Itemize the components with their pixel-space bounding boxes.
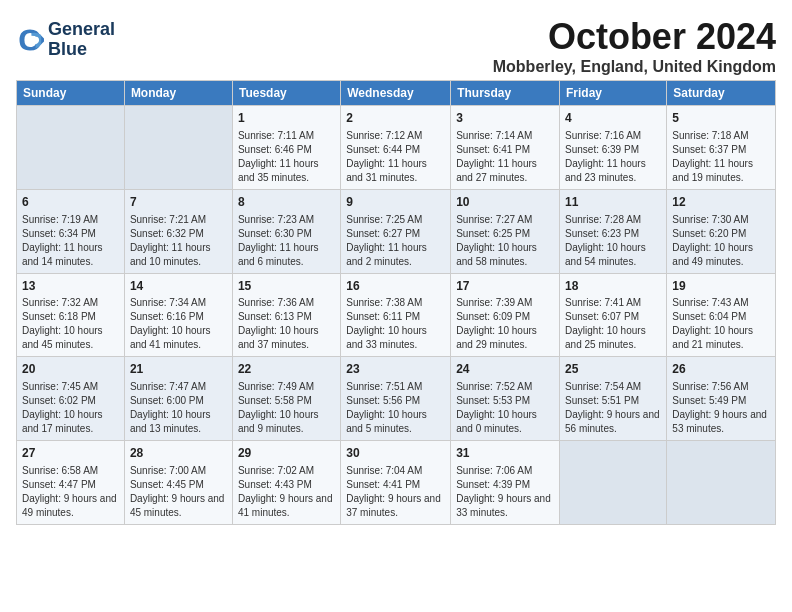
day-number: 28: [130, 445, 227, 462]
day-info: Sunrise: 7:41 AM Sunset: 6:07 PM Dayligh…: [565, 296, 661, 352]
day-info: Sunrise: 7:18 AM Sunset: 6:37 PM Dayligh…: [672, 129, 770, 185]
calendar-cell: 31Sunrise: 7:06 AM Sunset: 4:39 PM Dayli…: [451, 441, 560, 525]
day-number: 18: [565, 278, 661, 295]
day-info: Sunrise: 7:16 AM Sunset: 6:39 PM Dayligh…: [565, 129, 661, 185]
day-info: Sunrise: 7:12 AM Sunset: 6:44 PM Dayligh…: [346, 129, 445, 185]
logo-line2: Blue: [48, 40, 115, 60]
day-info: Sunrise: 7:56 AM Sunset: 5:49 PM Dayligh…: [672, 380, 770, 436]
day-header-sunday: Sunday: [17, 81, 125, 106]
day-number: 4: [565, 110, 661, 127]
header: General Blue October 2024 Mobberley, Eng…: [16, 16, 776, 76]
day-number: 27: [22, 445, 119, 462]
calendar-cell: 16Sunrise: 7:38 AM Sunset: 6:11 PM Dayli…: [341, 273, 451, 357]
day-number: 16: [346, 278, 445, 295]
calendar-cell: 4Sunrise: 7:16 AM Sunset: 6:39 PM Daylig…: [560, 106, 667, 190]
calendar-cell: [560, 441, 667, 525]
week-row-4: 20Sunrise: 7:45 AM Sunset: 6:02 PM Dayli…: [17, 357, 776, 441]
logo-text: General Blue: [48, 20, 115, 60]
day-number: 1: [238, 110, 335, 127]
day-header-monday: Monday: [124, 81, 232, 106]
calendar-cell: 21Sunrise: 7:47 AM Sunset: 6:00 PM Dayli…: [124, 357, 232, 441]
calendar-cell: 15Sunrise: 7:36 AM Sunset: 6:13 PM Dayli…: [232, 273, 340, 357]
day-number: 31: [456, 445, 554, 462]
day-info: Sunrise: 7:25 AM Sunset: 6:27 PM Dayligh…: [346, 213, 445, 269]
day-header-wednesday: Wednesday: [341, 81, 451, 106]
calendar-cell: 19Sunrise: 7:43 AM Sunset: 6:04 PM Dayli…: [667, 273, 776, 357]
calendar-cell: 24Sunrise: 7:52 AM Sunset: 5:53 PM Dayli…: [451, 357, 560, 441]
day-header-tuesday: Tuesday: [232, 81, 340, 106]
week-row-5: 27Sunrise: 6:58 AM Sunset: 4:47 PM Dayli…: [17, 441, 776, 525]
calendar-cell: 13Sunrise: 7:32 AM Sunset: 6:18 PM Dayli…: [17, 273, 125, 357]
day-info: Sunrise: 7:11 AM Sunset: 6:46 PM Dayligh…: [238, 129, 335, 185]
title-area: October 2024 Mobberley, England, United …: [493, 16, 776, 76]
calendar-cell: 30Sunrise: 7:04 AM Sunset: 4:41 PM Dayli…: [341, 441, 451, 525]
logo-line1: General: [48, 20, 115, 40]
day-header-thursday: Thursday: [451, 81, 560, 106]
day-info: Sunrise: 7:23 AM Sunset: 6:30 PM Dayligh…: [238, 213, 335, 269]
day-number: 19: [672, 278, 770, 295]
calendar-cell: 12Sunrise: 7:30 AM Sunset: 6:20 PM Dayli…: [667, 189, 776, 273]
calendar-cell: 8Sunrise: 7:23 AM Sunset: 6:30 PM Daylig…: [232, 189, 340, 273]
day-info: Sunrise: 7:28 AM Sunset: 6:23 PM Dayligh…: [565, 213, 661, 269]
day-number: 17: [456, 278, 554, 295]
calendar-cell: 28Sunrise: 7:00 AM Sunset: 4:45 PM Dayli…: [124, 441, 232, 525]
calendar-cell: 1Sunrise: 7:11 AM Sunset: 6:46 PM Daylig…: [232, 106, 340, 190]
calendar-cell: 11Sunrise: 7:28 AM Sunset: 6:23 PM Dayli…: [560, 189, 667, 273]
day-info: Sunrise: 7:36 AM Sunset: 6:13 PM Dayligh…: [238, 296, 335, 352]
calendar-cell: 14Sunrise: 7:34 AM Sunset: 6:16 PM Dayli…: [124, 273, 232, 357]
week-row-3: 13Sunrise: 7:32 AM Sunset: 6:18 PM Dayli…: [17, 273, 776, 357]
logo-icon: [16, 26, 44, 54]
day-header-friday: Friday: [560, 81, 667, 106]
day-info: Sunrise: 7:14 AM Sunset: 6:41 PM Dayligh…: [456, 129, 554, 185]
day-info: Sunrise: 7:38 AM Sunset: 6:11 PM Dayligh…: [346, 296, 445, 352]
day-info: Sunrise: 7:27 AM Sunset: 6:25 PM Dayligh…: [456, 213, 554, 269]
week-row-2: 6Sunrise: 7:19 AM Sunset: 6:34 PM Daylig…: [17, 189, 776, 273]
day-number: 21: [130, 361, 227, 378]
day-number: 6: [22, 194, 119, 211]
calendar-cell: 2Sunrise: 7:12 AM Sunset: 6:44 PM Daylig…: [341, 106, 451, 190]
calendar-cell: 18Sunrise: 7:41 AM Sunset: 6:07 PM Dayli…: [560, 273, 667, 357]
calendar-table: SundayMondayTuesdayWednesdayThursdayFrid…: [16, 80, 776, 525]
day-number: 24: [456, 361, 554, 378]
calendar-cell: 3Sunrise: 7:14 AM Sunset: 6:41 PM Daylig…: [451, 106, 560, 190]
day-number: 14: [130, 278, 227, 295]
svg-marker-0: [41, 36, 44, 44]
day-number: 8: [238, 194, 335, 211]
calendar-cell: 17Sunrise: 7:39 AM Sunset: 6:09 PM Dayli…: [451, 273, 560, 357]
day-info: Sunrise: 7:00 AM Sunset: 4:45 PM Dayligh…: [130, 464, 227, 520]
calendar-cell: 26Sunrise: 7:56 AM Sunset: 5:49 PM Dayli…: [667, 357, 776, 441]
day-number: 5: [672, 110, 770, 127]
day-number: 11: [565, 194, 661, 211]
day-info: Sunrise: 7:43 AM Sunset: 6:04 PM Dayligh…: [672, 296, 770, 352]
calendar-cell: [17, 106, 125, 190]
calendar-cell: 20Sunrise: 7:45 AM Sunset: 6:02 PM Dayli…: [17, 357, 125, 441]
day-number: 9: [346, 194, 445, 211]
day-number: 13: [22, 278, 119, 295]
day-info: Sunrise: 7:02 AM Sunset: 4:43 PM Dayligh…: [238, 464, 335, 520]
day-number: 2: [346, 110, 445, 127]
day-info: Sunrise: 7:19 AM Sunset: 6:34 PM Dayligh…: [22, 213, 119, 269]
header-row: SundayMondayTuesdayWednesdayThursdayFrid…: [17, 81, 776, 106]
day-info: Sunrise: 7:30 AM Sunset: 6:20 PM Dayligh…: [672, 213, 770, 269]
calendar-cell: [124, 106, 232, 190]
day-info: Sunrise: 7:52 AM Sunset: 5:53 PM Dayligh…: [456, 380, 554, 436]
day-number: 22: [238, 361, 335, 378]
calendar-cell: 9Sunrise: 7:25 AM Sunset: 6:27 PM Daylig…: [341, 189, 451, 273]
calendar-cell: [667, 441, 776, 525]
month-title: October 2024: [493, 16, 776, 58]
day-info: Sunrise: 6:58 AM Sunset: 4:47 PM Dayligh…: [22, 464, 119, 520]
week-row-1: 1Sunrise: 7:11 AM Sunset: 6:46 PM Daylig…: [17, 106, 776, 190]
day-number: 26: [672, 361, 770, 378]
day-number: 25: [565, 361, 661, 378]
day-info: Sunrise: 7:34 AM Sunset: 6:16 PM Dayligh…: [130, 296, 227, 352]
calendar-cell: 29Sunrise: 7:02 AM Sunset: 4:43 PM Dayli…: [232, 441, 340, 525]
calendar-cell: 22Sunrise: 7:49 AM Sunset: 5:58 PM Dayli…: [232, 357, 340, 441]
day-number: 23: [346, 361, 445, 378]
calendar-cell: 7Sunrise: 7:21 AM Sunset: 6:32 PM Daylig…: [124, 189, 232, 273]
day-number: 10: [456, 194, 554, 211]
day-info: Sunrise: 7:32 AM Sunset: 6:18 PM Dayligh…: [22, 296, 119, 352]
day-number: 29: [238, 445, 335, 462]
day-info: Sunrise: 7:54 AM Sunset: 5:51 PM Dayligh…: [565, 380, 661, 436]
logo: General Blue: [16, 20, 115, 60]
calendar-cell: 6Sunrise: 7:19 AM Sunset: 6:34 PM Daylig…: [17, 189, 125, 273]
